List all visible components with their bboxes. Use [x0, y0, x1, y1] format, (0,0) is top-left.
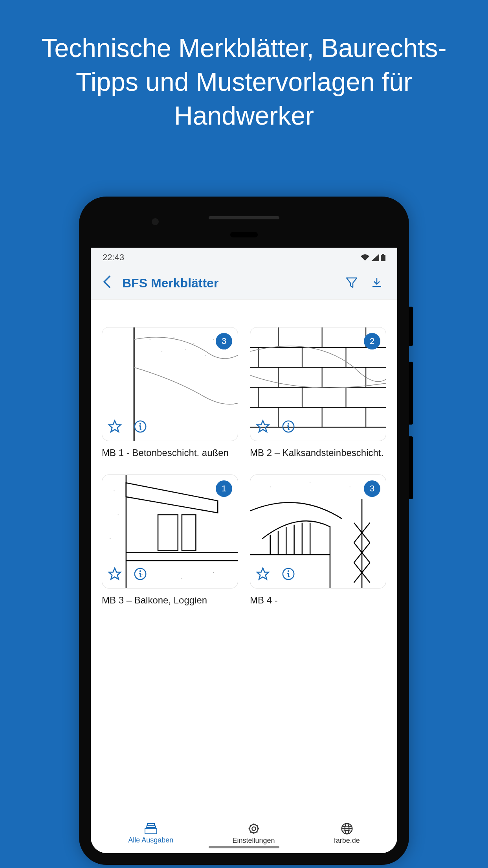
chevron-left-icon: [103, 275, 111, 289]
svg-point-45: [118, 515, 119, 515]
badge: 1: [216, 480, 232, 497]
svg-point-52: [139, 570, 141, 572]
favorite-button[interactable]: [256, 419, 270, 435]
nav-bar: BFS Merkblätter: [91, 267, 397, 300]
badge: 3: [216, 333, 232, 349]
wifi-icon: [360, 254, 370, 261]
svg-point-4: [150, 339, 150, 340]
svg-rect-74: [147, 824, 154, 825]
tab-label: farbe.de: [334, 837, 360, 845]
svg-marker-12: [109, 421, 121, 432]
svg-point-49: [213, 572, 214, 573]
promo-headline: Technische Merkblätter, Baurechts-Tipps …: [0, 31, 488, 132]
svg-marker-35: [257, 421, 269, 432]
card-grid: 3 MB 1 - Betonbeschicht. außen: [102, 327, 386, 606]
signal-icon: [371, 254, 379, 261]
download-button[interactable]: [364, 276, 389, 291]
filter-button[interactable]: [339, 276, 364, 291]
side-button: [409, 307, 413, 346]
filter-icon: [345, 276, 358, 289]
phone-frame: 22:43 BFS Merkblätter: [79, 197, 409, 865]
star-icon: [108, 567, 122, 581]
download-icon: [371, 276, 383, 289]
content-area: 3 MB 1 - Betonbeschicht. außen: [91, 300, 397, 814]
side-button: [409, 362, 413, 425]
svg-point-8: [161, 351, 162, 352]
info-button[interactable]: [134, 420, 147, 435]
card-mb3[interactable]: 1 MB 3 – Balkone, Loggien: [102, 474, 238, 606]
nav-title: BFS Merkblätter: [122, 276, 339, 291]
battery-icon: [381, 254, 385, 261]
badge: 3: [364, 480, 380, 497]
svg-point-48: [182, 578, 182, 579]
card-mb4[interactable]: 3 MB 4 -: [250, 474, 386, 606]
card-thumbnail: 2: [250, 327, 386, 441]
info-button[interactable]: [134, 567, 147, 582]
status-time: 22:43: [103, 252, 124, 263]
svg-point-5: [174, 337, 174, 338]
tab-farbe[interactable]: farbe.de: [334, 822, 360, 845]
tab-settings[interactable]: Einstellungen: [232, 822, 275, 845]
star-icon: [256, 567, 270, 581]
svg-point-46: [110, 539, 110, 539]
status-bar: 22:43: [91, 248, 397, 267]
svg-rect-1: [382, 254, 384, 255]
gear-icon: [248, 822, 260, 835]
card-title: MB 2 – Kalksandsteinbeschicht.: [250, 447, 386, 459]
tab-all-issues[interactable]: Alle Ausgaben: [128, 823, 173, 844]
star-icon: [108, 419, 122, 434]
svg-point-9: [185, 349, 186, 350]
screen: 22:43 BFS Merkblätter: [91, 248, 397, 853]
svg-marker-71: [257, 568, 269, 579]
svg-point-10: [205, 355, 206, 356]
info-icon: [134, 567, 147, 581]
camera-dot: [152, 218, 159, 225]
card-title: MB 3 – Balkone, Loggien: [102, 594, 238, 606]
svg-rect-76: [145, 828, 157, 834]
badge: 2: [364, 333, 380, 349]
info-icon: [282, 420, 295, 433]
svg-rect-75: [146, 826, 156, 828]
star-icon: [256, 419, 270, 434]
info-button[interactable]: [282, 567, 295, 582]
svg-point-67: [270, 487, 271, 487]
card-thumbnail: 3: [102, 327, 238, 441]
svg-point-73: [288, 570, 289, 572]
card-mb2[interactable]: 2 MB 2 – Kalksandsteinbeschicht.: [250, 327, 386, 459]
info-icon: [134, 420, 147, 433]
status-icons: [360, 254, 385, 261]
svg-rect-40: [158, 515, 178, 551]
globe-icon: [341, 822, 353, 835]
svg-point-7: [213, 339, 214, 340]
svg-rect-41: [182, 515, 196, 551]
svg-marker-39: [126, 483, 218, 513]
svg-marker-50: [109, 568, 121, 579]
card-mb1[interactable]: 3 MB 1 - Betonbeschicht. außen: [102, 327, 238, 459]
info-button[interactable]: [282, 420, 295, 435]
favorite-button[interactable]: [108, 419, 122, 435]
card-title: MB 1 - Betonbeschicht. außen: [102, 447, 238, 459]
svg-point-69: [350, 487, 350, 487]
stack-icon: [144, 823, 158, 835]
favorite-button[interactable]: [256, 567, 270, 583]
svg-point-68: [310, 482, 310, 483]
svg-rect-0: [381, 255, 385, 261]
tab-label: Alle Ausgaben: [128, 836, 173, 844]
side-button: [409, 436, 413, 499]
card-thumbnail: 1: [102, 474, 238, 588]
tab-label: Einstellungen: [232, 837, 275, 845]
svg-marker-2: [347, 278, 357, 287]
back-button[interactable]: [99, 274, 115, 293]
card-thumbnail: 3: [250, 474, 386, 588]
svg-point-6: [193, 343, 194, 344]
card-title: MB 4 -: [250, 594, 386, 606]
favorite-button[interactable]: [108, 567, 122, 583]
info-icon: [282, 567, 295, 581]
svg-point-37: [288, 423, 289, 425]
home-indicator[interactable]: [209, 846, 279, 848]
svg-point-77: [252, 827, 255, 830]
svg-point-44: [114, 491, 114, 491]
svg-point-78: [250, 824, 258, 833]
svg-point-14: [139, 423, 141, 425]
